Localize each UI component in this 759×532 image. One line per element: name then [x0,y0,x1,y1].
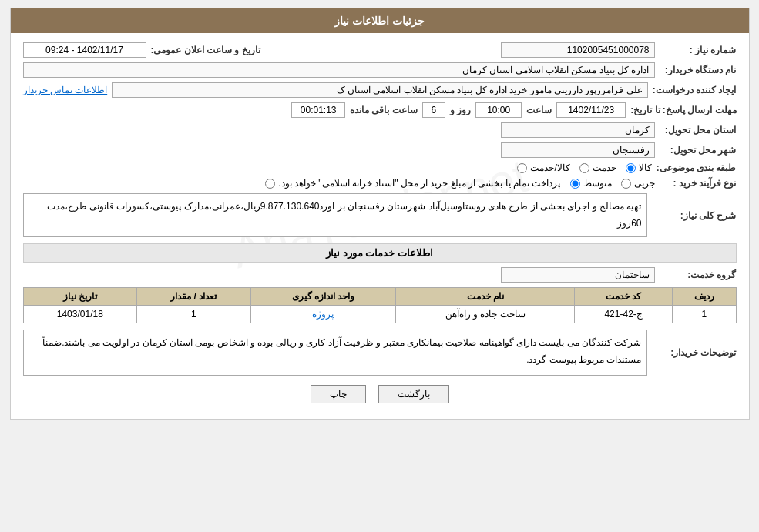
farayand-motevasset-label: متوسط [583,178,612,189]
khadamat-section-title: اطلاعات خدمات مورد نیاز [23,243,737,263]
tabaqe-kala-label: کالا [639,162,652,173]
farayand-row: نوع فرآیند خرید : جزیی متوسط پرداخت تمام… [23,178,737,189]
content-area: شماره نیاز : 1102005451000078 تاریخ و سا… [11,33,749,419]
cell-name: ساخت جاده و راه‌آهن [396,306,575,323]
farayand-jozei-radio[interactable] [621,179,631,189]
farayand-motevasset-radio[interactable] [570,179,580,189]
tabaqe-radio-group: کالا خدمت کالا/خدمت [517,162,651,173]
farayand-jozei-item[interactable]: جزیی [621,178,655,189]
sharh-row: شرح کلی نیاز: تهیه مصالح و اجرای بخشی از… [23,193,737,237]
khadamat-table: ردیف کد خدمت نام خدمت واحد اندازه گیری ت… [23,287,737,323]
buyer-notes-label: توضیحات خریدار: [652,347,737,358]
farayand-label: نوع فرآیند خرید : [660,178,737,189]
cell-tarikh: 1403/01/18 [23,306,137,323]
tamas-link[interactable]: اطلاعات تماس خریدار [23,85,108,95]
shahr-value: رفسنجان [501,142,655,158]
gorohe-value: ساختمان [501,267,655,283]
shahr-row: شهر محل تحویل: رفسنجان [23,142,737,158]
farayand-radio-group: جزیی متوسط پرداخت تمام یا بخشی از مبلغ خ… [265,178,654,189]
farayand-asnad-label: پرداخت تمام یا بخشی از مبلغ خرید از محل … [278,178,560,189]
ostan-value: کرمان [501,122,655,138]
tabaqe-kala-radio[interactable] [626,163,636,173]
mohlat-label: مهلت ارسال پاسخ: تا تاریخ: [630,105,736,115]
shomara-tarikh-row: شماره نیاز : 1102005451000078 تاریخ و سا… [23,42,737,58]
shomara-value: 1102005451000078 [501,42,655,58]
table-row: 1 ج-42-421 ساخت جاده و راه‌آهن پروژه 1 1… [23,306,736,323]
tabaqe-label: طبقه بندی موضوعی: [657,162,737,173]
col-vahed: واحد اندازه گیری [250,288,396,306]
print-button[interactable]: چاپ [311,385,366,403]
mohlat-time-label: ساعت [526,105,552,115]
mohlat-date: 1402/11/23 [556,102,626,118]
tabaqe-khadamat-item[interactable]: خدمت [579,162,616,173]
mohlat-saat-mande: 00:01:13 [291,102,345,118]
farayand-jozei-label: جزیی [634,178,655,189]
tabaqe-row: طبقه بندی موضوعی: کالا خدمت کالا/خدمت [23,162,737,173]
nam-dastgah-label: نام دستگاه خریدار: [660,65,737,75]
nam-dastgah-value: اداره کل بنیاد مسکن انقلاب اسلامی استان … [23,62,655,78]
cell-tedad: 1 [137,306,250,323]
buyer-notes-content: شرکت کنندگان می بایست دارای گواهینامه صل… [23,330,647,376]
farayand-asnad-item[interactable]: پرداخت تمام یا بخشی از مبلغ خرید از محل … [265,178,560,189]
col-tedad: تعداد / مقدار [137,288,250,306]
farayand-asnad-radio[interactable] [265,179,275,189]
buyer-notes-row: توضیحات خریدار: شرکت کنندگان می بایست دا… [23,330,737,376]
mohlat-roz: 6 [422,102,445,118]
col-radif: ردیف [673,288,736,306]
sharh-content: تهیه مصالح و اجرای بخشی از طرح هادی روست… [23,193,647,237]
ostan-row: استان محل تحویل: کرمان [23,122,737,138]
shomara-label: شماره نیاز : [660,45,737,55]
ostan-label: استان محل تحویل: [660,125,737,136]
mohlat-row: مهلت ارسال پاسخ: تا تاریخ: 1402/11/23 سا… [23,102,737,118]
tabaqe-khadamat-radio[interactable] [579,163,589,173]
col-kod: کد خدمت [575,288,673,306]
ijad-konande-value: علی فرامرزپور دارزینی مامور خرید اداره ک… [112,82,648,98]
tabaqe-kala-item[interactable]: کالا [626,162,652,173]
content-inner: جزئیات اطلاعات نیاز شماره نیاز : 1102005… [11,8,749,419]
cell-kod: ج-42-421 [575,306,673,323]
mohlat-saat-mande-label: ساعت باقی مانده [350,105,418,115]
tabaqe-kala-khadamat-label: کالا/خدمت [530,162,569,173]
tarikh-label: تاریخ و ساعت اعلان عمومی: [151,45,260,55]
ijad-konande-row: ایجاد کننده درخواست: علی فرامرزپور دارزی… [23,82,737,98]
sharh-label: شرح کلی نیاز: [652,210,737,221]
page-header: جزئیات اطلاعات نیاز [11,8,749,33]
header-title: جزئیات اطلاعات نیاز [334,15,425,27]
tabaqe-kala-khadamat-radio[interactable] [517,163,527,173]
tabaqe-kala-khadamat-item[interactable]: کالا/خدمت [517,162,569,173]
back-button[interactable]: بازگشت [378,385,449,403]
button-row: بازگشت چاپ [23,385,737,403]
farayand-motevasset-item[interactable]: متوسط [570,178,612,189]
col-name: نام خدمت [396,288,575,306]
tabaqe-khadamat-label: خدمت [593,162,616,173]
gorohe-label: گروه خدمت: [660,269,737,280]
gorohe-row: گروه خدمت: ساختمان [23,267,737,283]
ijad-konande-label: ایجاد کننده درخواست: [653,85,737,95]
page-wrapper: AnaТender.net جزئیات اطلاعات نیاز شماره … [10,8,750,420]
cell-radif: 1 [673,306,736,323]
cell-vahed: پروژه [250,306,396,323]
col-tarikh: تاریخ نیاز [23,288,137,306]
mohlat-time: 10:00 [475,102,522,118]
mohlat-roz-label: روز و [450,105,471,115]
shahr-label: شهر محل تحویل: [660,145,737,156]
nam-dastgah-row: نام دستگاه خریدار: اداره کل بنیاد مسکن ا… [23,62,737,78]
tarikh-value: 1402/11/17 - 09:24 [23,42,146,58]
